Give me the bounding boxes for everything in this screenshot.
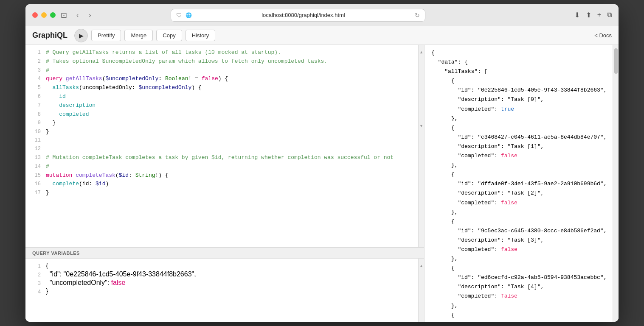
line-number: 4 <box>29 75 41 83</box>
result-line: "completed": false <box>425 292 619 301</box>
query-editor-content[interactable]: 1# Query getAllTasks returns a list of a… <box>25 45 424 247</box>
variables-panel: QUERY VARIABLES ▲ 1{2 "id": "0e225846-1c… <box>25 248 424 322</box>
line-content: } <box>46 128 421 137</box>
globe-icon: 🌐 <box>186 12 192 18</box>
line-content: # Takes optional $uncompletedOnly param … <box>46 57 421 66</box>
address-bar[interactable]: 🛡 🌐 localhost:8080/graphiql/index.html ↻ <box>171 9 425 22</box>
browser-right-icons: ⬇ ⬆ + ⧉ <box>574 11 612 19</box>
var-line-number: 4 <box>29 289 41 295</box>
result-line: }, <box>425 301 619 311</box>
history-button[interactable]: History <box>186 30 215 41</box>
query-line: 1# Query getAllTasks returns a list of a… <box>25 48 424 57</box>
browser-window: ⊡ ‹ › 🛡 🌐 localhost:8080/graphiql/index.… <box>25 4 619 322</box>
sidebar-icon[interactable]: ⊡ <box>61 11 67 20</box>
line-content: mutation completeTask($id: String!) { <box>46 171 421 180</box>
result-line: "description": "Task [0]", <box>425 95 619 104</box>
result-line: }, <box>425 254 619 264</box>
query-line: 14# <box>25 162 424 171</box>
scroll-down-arrow[interactable]: ▼ <box>419 124 423 128</box>
line-content: } <box>46 119 421 128</box>
variables-header: QUERY VARIABLES <box>25 248 424 259</box>
query-line: 10} <box>25 128 424 137</box>
line-number: 14 <box>29 163 41 171</box>
line-content: query getAllTasks($uncompletedOnly: Bool… <box>46 75 421 84</box>
line-content: } <box>46 189 421 198</box>
shield-icon: 🛡 <box>176 12 182 19</box>
refresh-icon[interactable]: ↻ <box>415 12 420 19</box>
result-line: "description": "Task [4]", <box>425 282 619 292</box>
var-line: 4} <box>25 287 424 296</box>
vars-scrollbar[interactable]: ▲ <box>418 259 424 322</box>
docs-button[interactable]: < Docs <box>594 32 612 39</box>
query-line: 3# <box>25 66 424 75</box>
var-line-content: { <box>46 262 421 270</box>
tabs-icon[interactable]: ⧉ <box>607 11 612 19</box>
line-content: # <box>46 66 421 75</box>
query-line: 8 completed <box>25 110 424 119</box>
maximize-button[interactable] <box>50 12 56 18</box>
editor-panel: 1# Query getAllTasks returns a list of a… <box>25 45 425 322</box>
editor-scrollbar[interactable]: ▲ ▼ <box>418 45 424 247</box>
line-number: 3 <box>29 67 41 75</box>
query-line: 7 description <box>25 101 424 110</box>
prettify-button[interactable]: Prettify <box>91 30 121 41</box>
scroll-up-arrow[interactable]: ▲ <box>419 50 423 54</box>
result-line: "id": "dffa4e0f-34e1-43f5-9ae2-2a910b699… <box>425 179 619 189</box>
line-number: 9 <box>29 119 41 127</box>
var-line-content: } <box>46 287 421 295</box>
result-line: "completed": true <box>425 105 619 114</box>
line-content: complete(id: $id) <box>46 180 421 189</box>
line-number: 11 <box>29 137 41 145</box>
line-number: 13 <box>29 154 41 162</box>
result-scrollbar[interactable] <box>613 45 619 322</box>
back-button[interactable]: ‹ <box>74 10 81 21</box>
traffic-lights <box>32 12 56 18</box>
line-number: 1 <box>29 49 41 57</box>
result-line: "id": "ed6cecfd-c92a-4ab5-8594-938453ace… <box>425 273 619 282</box>
result-panel: { "data": { "allTasks": [ { "id": "0e225… <box>425 45 619 322</box>
line-content: completed <box>46 110 421 119</box>
main-content: 1# Query getAllTasks returns a list of a… <box>25 45 619 322</box>
result-line: "id": "9c5ec3ac-c645-4380-8ccc-e84b586ef… <box>425 226 619 236</box>
download-icon[interactable]: ⬇ <box>574 11 580 19</box>
var-line-content: "uncompletedOnly": false <box>46 279 421 287</box>
query-line: 11 <box>25 137 424 145</box>
share-icon[interactable]: ⬆ <box>586 11 591 19</box>
variables-content[interactable]: ▲ 1{2 "id": "0e225846-1cd5-405e-9f43-338… <box>25 259 424 322</box>
line-number: 17 <box>29 189 41 197</box>
line-number: 2 <box>29 58 41 66</box>
result-content[interactable]: { "data": { "allTasks": [ { "id": "0e225… <box>425 45 619 322</box>
var-line-number: 1 <box>29 263 41 269</box>
vars-scroll-arrow[interactable]: ▲ <box>419 264 423 268</box>
result-line: "data": { <box>425 58 619 67</box>
title-bar: ⊡ ‹ › 🛡 🌐 localhost:8080/graphiql/index.… <box>25 4 619 26</box>
result-line: { <box>425 311 619 320</box>
result-line: "id": "1473ec28-2dbb-4e6f-a99b-a1cacf1f4… <box>425 320 619 322</box>
line-content: description <box>46 101 421 110</box>
merge-button[interactable]: Merge <box>124 30 153 41</box>
result-line: "id": "c3468427-c045-4611-ac5a-8e44db84e… <box>425 133 619 142</box>
result-line: "description": "Task [2]", <box>425 189 619 198</box>
line-number: 15 <box>29 172 41 180</box>
result-line: "completed": false <box>425 198 619 208</box>
line-number: 10 <box>29 128 41 136</box>
graphiql-toolbar: GraphiQL ▶ Prettify Merge Copy History <… <box>25 26 619 45</box>
result-line: "completed": false <box>425 245 619 254</box>
run-button[interactable]: ▶ <box>74 29 88 42</box>
close-button[interactable] <box>32 12 38 18</box>
result-line: }, <box>425 114 619 123</box>
var-line: 3 "uncompletedOnly": false <box>25 279 424 287</box>
query-line: 2# Takes optional $uncompletedOnly param… <box>25 57 424 66</box>
forward-button[interactable]: › <box>86 10 93 21</box>
minimize-button[interactable] <box>41 12 47 18</box>
line-content: # Query getAllTasks returns a list of al… <box>46 48 421 57</box>
copy-button[interactable]: Copy <box>156 30 182 41</box>
query-editor[interactable]: 1# Query getAllTasks returns a list of a… <box>25 45 424 248</box>
line-content: # <box>46 162 421 171</box>
new-tab-icon[interactable]: + <box>597 11 601 19</box>
url-text: localhost:8080/graphiql/index.html <box>195 12 411 18</box>
var-line-content: "id": "0e225846-1cd5-405e-9f43-33844f8b2… <box>46 270 421 278</box>
result-line: { <box>425 48 619 58</box>
line-number: 7 <box>29 102 41 110</box>
result-line: { <box>425 76 619 86</box>
